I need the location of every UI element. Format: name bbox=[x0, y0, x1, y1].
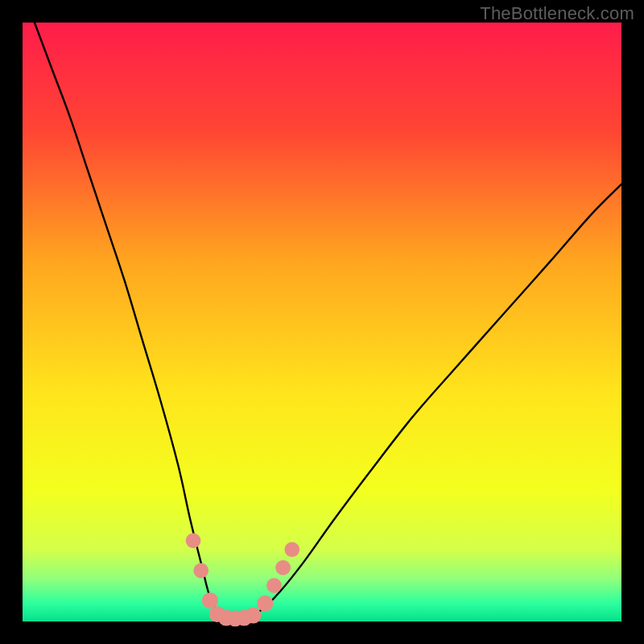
marker-dot bbox=[193, 563, 208, 578]
plot-background bbox=[23, 23, 621, 621]
marker-dot bbox=[202, 592, 218, 609]
chart-stage: TheBottleneck.com bbox=[0, 0, 644, 644]
marker-dot bbox=[245, 608, 261, 624]
bottleneck-chart bbox=[0, 0, 644, 644]
marker-dot bbox=[266, 578, 282, 593]
marker-dot bbox=[275, 560, 291, 576]
watermark-text: TheBottleneck.com bbox=[480, 3, 634, 24]
marker-dot bbox=[257, 596, 273, 612]
marker-dot bbox=[284, 542, 299, 557]
marker-dot bbox=[186, 533, 201, 548]
